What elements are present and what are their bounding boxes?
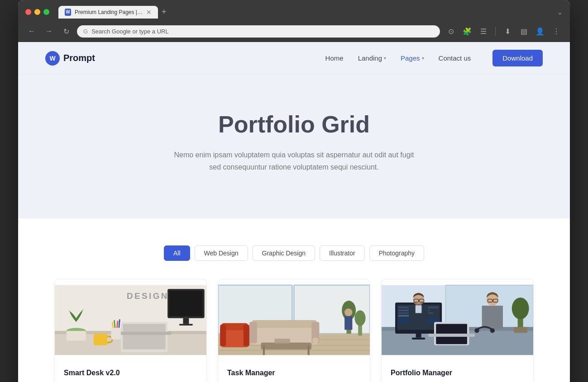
- svg-point-48: [312, 338, 319, 344]
- menu-icon[interactable]: ⋮: [550, 25, 563, 38]
- svg-point-45: [344, 309, 352, 316]
- svg-point-79: [512, 298, 529, 320]
- svg-rect-80: [514, 327, 527, 333]
- landing-chevron-icon: ▾: [384, 56, 386, 61]
- traffic-light-close[interactable]: [25, 9, 31, 15]
- card-info-2: Task Manager Nemo enim ipsam voluptatem …: [218, 361, 370, 382]
- svg-rect-46: [344, 316, 352, 330]
- svg-rect-36: [220, 325, 226, 346]
- filter-illustrator[interactable]: Illustrator: [320, 245, 365, 261]
- svg-rect-14: [94, 334, 107, 345]
- svg-rect-31: [251, 320, 317, 328]
- card-title-1: Smart Desk v2.0: [64, 369, 197, 377]
- nav-landing[interactable]: Landing ▾: [358, 54, 386, 62]
- address-bar-text: Search Google or type a URL: [91, 28, 169, 35]
- portfolio-grid: DESIGN: [54, 279, 534, 382]
- back-button[interactable]: ←: [25, 25, 38, 38]
- portfolio-section: All Web Design Graphic Design Illustrato…: [18, 218, 570, 382]
- nav-links: Home Landing ▾ Pages ▾ Contact us Downlo…: [325, 50, 543, 66]
- svg-line-17: [114, 320, 115, 328]
- filter-graphic-design[interactable]: Graphic Design: [253, 245, 316, 261]
- nav-pages[interactable]: Pages ▾: [401, 54, 424, 62]
- divider: [495, 27, 496, 36]
- download-button[interactable]: Download: [492, 50, 543, 66]
- pages-chevron-icon: ▾: [422, 56, 424, 61]
- tab-bar: W Premium Landing Pages | Pro... ✕ +: [58, 5, 552, 19]
- svg-rect-13: [67, 331, 86, 340]
- portfolio-card-1[interactable]: DESIGN: [54, 279, 207, 382]
- svg-rect-39: [263, 345, 265, 355]
- svg-rect-10: [123, 324, 165, 349]
- svg-line-16: [112, 322, 113, 328]
- browser-chrome: W Premium Landing Pages | Pro... ✕ + ⌄ ←…: [18, 0, 570, 42]
- history-icon[interactable]: ⊙: [445, 25, 457, 38]
- svg-rect-37: [244, 325, 249, 346]
- browser-window: W Premium Landing Pages | Pro... ✕ + ⌄ ←…: [18, 0, 570, 382]
- sidebar-icon[interactable]: ▤: [517, 25, 530, 38]
- svg-point-44: [355, 311, 366, 326]
- browser-actions: ⊙ 🧩 ☰ ⬇ ▤ 👤 ⋮: [445, 25, 563, 38]
- refresh-button[interactable]: ↻: [60, 25, 72, 38]
- nav-contact[interactable]: Contact us: [439, 54, 471, 62]
- svg-rect-62: [416, 334, 421, 338]
- filter-web-design[interactable]: Web Design: [195, 245, 248, 261]
- download-browser-icon[interactable]: ⬇: [501, 25, 514, 38]
- svg-rect-72: [428, 334, 475, 337]
- filter-bar: All Web Design Graphic Design Illustrato…: [54, 245, 534, 261]
- svg-point-81: [474, 328, 479, 333]
- card-info-3: Portfolio Manager Nemo enim ipsam volupt…: [382, 361, 533, 382]
- hero-section: Portfolio Grid Nemo enim ipsam voluptate…: [18, 75, 570, 218]
- active-tab[interactable]: W Premium Landing Pages | Pro... ✕: [58, 6, 158, 19]
- svg-rect-4: [183, 318, 189, 324]
- svg-rect-32: [249, 322, 257, 344]
- portfolio-card-3[interactable]: Portfolio Manager Nemo enim ipsam volupt…: [381, 279, 534, 382]
- svg-rect-63: [412, 338, 425, 340]
- svg-point-82: [490, 328, 495, 333]
- logo-link[interactable]: W Prompt: [45, 51, 95, 66]
- navbar: W Prompt Home Landing ▾ Pages ▾ Contact …: [18, 42, 570, 75]
- card-image-1: DESIGN: [55, 279, 206, 361]
- svg-rect-11: [115, 332, 172, 335]
- new-tab-button[interactable]: +: [158, 5, 170, 19]
- website-content: W Prompt Home Landing ▾ Pages ▾ Contact …: [18, 42, 570, 382]
- extension-icon[interactable]: 🧩: [461, 25, 473, 38]
- svg-text:DESIGN: DESIGN: [127, 291, 169, 301]
- svg-rect-15: [111, 328, 121, 340]
- card-info-1: Smart Desk v2.0 Nemo enim ipsam voluptat…: [55, 361, 206, 382]
- address-bar[interactable]: G Search Google or type a URL: [77, 25, 440, 38]
- forward-button[interactable]: →: [43, 25, 55, 38]
- tab-favicon: W: [65, 9, 71, 16]
- portfolio-card-2[interactable]: Task Manager Nemo enim ipsam voluptatem …: [218, 279, 370, 382]
- svg-line-18: [117, 321, 118, 328]
- card-image-2: [218, 279, 370, 361]
- svg-rect-77: [482, 306, 503, 330]
- logo-text: Prompt: [63, 53, 95, 63]
- traffic-lights: [25, 9, 49, 15]
- title-bar: W Premium Landing Pages | Pro... ✕ + ⌄: [18, 0, 570, 22]
- nav-home[interactable]: Home: [325, 54, 344, 62]
- expand-icon: ⌄: [557, 9, 563, 16]
- filter-photography[interactable]: Photography: [369, 245, 424, 261]
- svg-rect-38: [261, 343, 311, 349]
- traffic-light-minimize[interactable]: [34, 9, 40, 15]
- hero-title: Portfolio Grid: [36, 111, 552, 138]
- svg-rect-5: [179, 324, 193, 325]
- logo-icon: W: [45, 51, 60, 66]
- card-title-3: Portfolio Manager: [391, 369, 524, 377]
- filter-all[interactable]: All: [164, 245, 190, 261]
- svg-rect-3: [169, 291, 202, 316]
- google-g-icon: G: [83, 28, 88, 35]
- card-image-3: [382, 279, 533, 361]
- extensions-icon[interactable]: ☰: [477, 25, 490, 38]
- profile-icon[interactable]: 👤: [534, 25, 546, 38]
- tab-title: Premium Landing Pages | Pro...: [75, 9, 143, 15]
- svg-rect-69: [416, 306, 422, 313]
- svg-rect-47: [275, 339, 290, 344]
- tab-close-icon[interactable]: ✕: [146, 9, 152, 16]
- svg-line-19: [119, 320, 120, 328]
- hero-subtitle: Nemo enim ipsam voluptatem quia voluptas…: [167, 149, 421, 173]
- traffic-light-maximize[interactable]: [43, 9, 49, 15]
- card-title-2: Task Manager: [227, 369, 361, 377]
- svg-rect-40: [308, 345, 310, 355]
- address-bar-row: ← → ↻ G Search Google or type a URL ⊙ 🧩 …: [18, 22, 570, 42]
